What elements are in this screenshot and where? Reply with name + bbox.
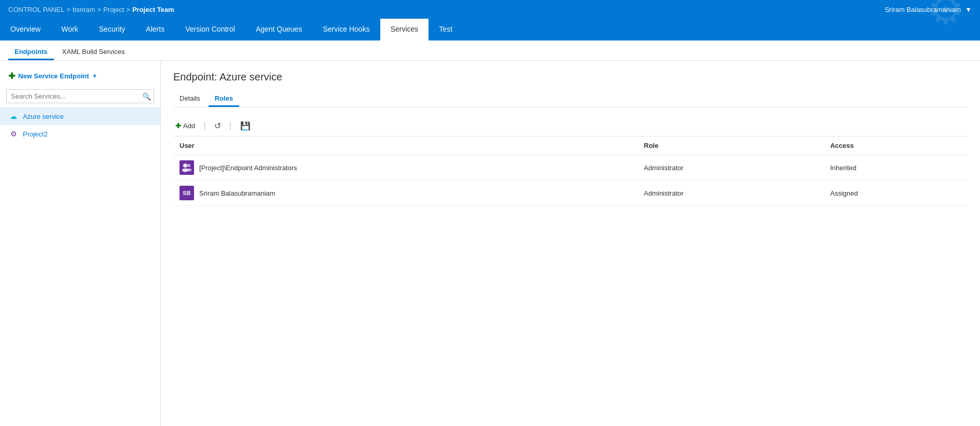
- tab-version-control[interactable]: Version Control: [175, 19, 245, 40]
- content-tab-details[interactable]: Details: [173, 91, 206, 107]
- svg-point-3: [187, 169, 192, 172]
- content-area: Endpoint: Azure service Details Roles ✚ …: [161, 61, 980, 426]
- content-tabs: Details Roles: [173, 91, 968, 107]
- undo-button[interactable]: ↺: [212, 120, 223, 132]
- breadcrumb-control-panel: CONTROL PANEL: [8, 6, 64, 13]
- service-item-azure-label: Azure service: [23, 113, 64, 120]
- cloud-icon: ☁: [8, 111, 19, 121]
- new-service-endpoint-button[interactable]: ✚ New Service Endpoint ▼: [0, 67, 160, 85]
- table-cell-user-1: [Project]\Endpoint Administrators: [173, 155, 638, 181]
- breadcrumb-sep2: >: [97, 6, 101, 13]
- svg-point-0: [183, 163, 187, 168]
- breadcrumb-sep3: >: [126, 6, 130, 13]
- user-name-label: Sriram Balasubramaniam: [885, 6, 961, 13]
- breadcrumb-sep1: >: [66, 6, 71, 13]
- sub-tab-xaml-build[interactable]: XAML Build Services: [56, 45, 131, 60]
- table-row: [Project]\Endpoint Administrators Admini…: [173, 155, 968, 181]
- col-role: Role: [638, 136, 824, 155]
- add-label: Add: [183, 122, 195, 130]
- user-cell-1: [Project]\Endpoint Administrators: [180, 160, 631, 175]
- breadcrumb: CONTROL PANEL > bsriram > Project > Proj…: [8, 6, 174, 13]
- main-layout: ✚ New Service Endpoint ▼ 🔍 ☁ Azure servi…: [0, 61, 980, 426]
- toolbar: ✚ Add | ↺ | 💾: [173, 116, 968, 136]
- table-cell-role-2: Administrator: [638, 181, 824, 206]
- sidebar: ✚ New Service Endpoint ▼ 🔍 ☁ Azure servi…: [0, 61, 161, 426]
- user-name-2: Sriram Balasubramaniam: [199, 189, 275, 197]
- tab-test[interactable]: Test: [429, 19, 463, 40]
- table-header-row: User Role Access: [173, 136, 968, 155]
- col-user: User: [173, 136, 638, 155]
- add-button[interactable]: ✚ Add: [173, 121, 197, 131]
- search-box: 🔍: [6, 89, 154, 103]
- breadcrumb-project: Project: [103, 6, 124, 13]
- sub-tabs: Endpoints XAML Build Services: [0, 40, 980, 61]
- service-list: ☁ Azure service ⚙ Project2: [0, 107, 160, 143]
- endpoint-title: Endpoint: Azure service: [173, 71, 968, 83]
- user-chevron: ▼: [965, 6, 972, 13]
- toolbar-sep1: |: [203, 120, 206, 131]
- new-endpoint-chevron: ▼: [92, 73, 98, 79]
- sub-tab-endpoints[interactable]: Endpoints: [8, 45, 54, 60]
- top-bar: CONTROL PANEL > bsriram > Project > Proj…: [0, 0, 980, 19]
- svg-point-1: [187, 164, 190, 167]
- tab-overview[interactable]: Overview: [0, 19, 51, 40]
- col-access: Access: [824, 136, 968, 155]
- search-input[interactable]: [6, 89, 154, 103]
- table-cell-access-1: Inherited: [824, 155, 968, 181]
- tab-security[interactable]: Security: [89, 19, 136, 40]
- table-cell-access-2: Assigned: [824, 181, 968, 206]
- table-cell-role-1: Administrator: [638, 155, 824, 181]
- table-cell-user-2: SB Sriram Balasubramaniam: [173, 181, 638, 206]
- tab-service-hooks[interactable]: Service Hooks: [312, 19, 380, 40]
- content-tab-roles[interactable]: Roles: [209, 91, 239, 107]
- roles-table: User Role Access: [173, 136, 968, 206]
- add-plus-icon: ✚: [175, 122, 181, 130]
- avatar-sb: SB: [180, 186, 194, 200]
- project-icon: ⚙: [8, 129, 19, 139]
- tab-services[interactable]: Services: [380, 19, 429, 40]
- breadcrumb-bsriram: bsriram: [73, 6, 95, 13]
- breadcrumb-project-team: Project Team: [132, 6, 174, 13]
- service-item-azure[interactable]: ☁ Azure service: [0, 107, 160, 125]
- save-button[interactable]: 💾: [238, 120, 253, 132]
- search-icon: 🔍: [142, 92, 151, 101]
- tab-work[interactable]: Work: [51, 19, 88, 40]
- service-item-project2-label: Project2: [23, 130, 48, 138]
- tab-alerts[interactable]: Alerts: [135, 19, 175, 40]
- avatar-group: [180, 160, 194, 175]
- user-cell-2: SB Sriram Balasubramaniam: [180, 186, 631, 200]
- new-endpoint-label: New Service Endpoint: [18, 72, 89, 80]
- table-row: SB Sriram Balasubramaniam Administrator …: [173, 181, 968, 206]
- nav-tabs: Overview Work Security Alerts Version Co…: [0, 19, 980, 40]
- toolbar-sep2: |: [229, 120, 232, 131]
- user-info: Sriram Balasubramaniam ▼ ⚙: [885, 6, 972, 13]
- user-name-1: [Project]\Endpoint Administrators: [199, 164, 297, 172]
- service-item-project2[interactable]: ⚙ Project2: [0, 125, 160, 143]
- plus-icon: ✚: [8, 71, 15, 81]
- tab-agent-queues[interactable]: Agent Queues: [245, 19, 313, 40]
